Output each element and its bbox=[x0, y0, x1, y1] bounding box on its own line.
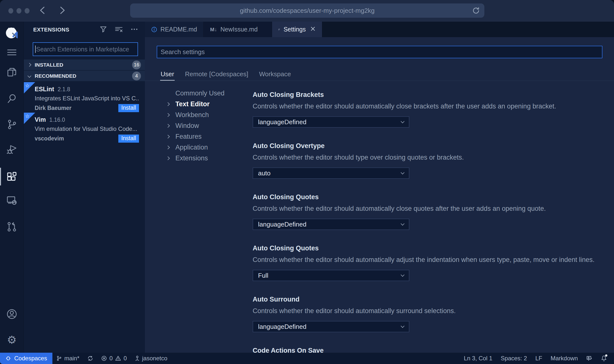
extension-description: Integrates ESLint JavaScript into VS C..… bbox=[35, 95, 139, 102]
setting-title: Auto Closing Brackets bbox=[253, 91, 604, 99]
zoom-window-button[interactable] bbox=[25, 8, 30, 14]
search-icon[interactable] bbox=[0, 90, 24, 107]
tab-readme[interactable]: README.md bbox=[145, 22, 204, 37]
toc-commonly-used[interactable]: Commonly Used bbox=[159, 88, 252, 99]
cursor-position[interactable]: Ln 3, Col 1 bbox=[460, 353, 496, 364]
language-mode[interactable]: Markdown bbox=[546, 353, 582, 364]
extensions-icon[interactable] bbox=[0, 168, 24, 185]
address-bar[interactable]: github.com/codespaces/user-my-project-mg… bbox=[130, 3, 484, 18]
chevron-down-icon bbox=[401, 324, 405, 328]
setting-description: Controls whether the editor should autom… bbox=[253, 102, 604, 110]
source-control-icon[interactable] bbox=[0, 116, 24, 133]
extension-item-eslint[interactable]: ☆ ESLint 2.1.8 Integrates ESLint JavaScr… bbox=[24, 82, 145, 116]
extensions-search-box[interactable] bbox=[33, 42, 138, 56]
install-button[interactable]: Install bbox=[118, 135, 139, 143]
forward-button[interactable] bbox=[58, 5, 67, 15]
section-recommended[interactable]: RECOMMENDED 4 bbox=[24, 71, 145, 81]
reload-icon[interactable] bbox=[472, 7, 480, 15]
settings-gear-icon[interactable]: ⚙ bbox=[0, 331, 24, 349]
setting-dropdown[interactable]: languageDefined bbox=[253, 219, 409, 230]
activity-bar: ⚙ bbox=[0, 22, 24, 353]
extension-version: 1.16.0 bbox=[49, 117, 65, 123]
menu-icon[interactable] bbox=[0, 44, 24, 61]
branch-icon bbox=[56, 355, 62, 361]
setting-title: Code Actions On Save bbox=[253, 347, 604, 353]
tab-label: README.md bbox=[160, 26, 197, 33]
filter-icon[interactable] bbox=[100, 26, 107, 34]
eol-status[interactable]: LF bbox=[531, 353, 546, 364]
scope-tab-user[interactable]: User bbox=[161, 70, 174, 78]
install-button[interactable]: Install bbox=[118, 104, 139, 112]
account-icon[interactable] bbox=[0, 305, 24, 323]
scope-tab-remote[interactable]: Remote [Codespaces] bbox=[185, 70, 248, 78]
explorer-icon[interactable] bbox=[0, 64, 24, 81]
toc-features[interactable]: Features bbox=[159, 131, 252, 142]
minimize-window-button[interactable] bbox=[16, 8, 21, 14]
settings-list: Auto Closing Brackets Controls whether t… bbox=[253, 91, 604, 353]
problems-status[interactable]: 0 0 bbox=[97, 353, 131, 364]
url-text: github.com/codespaces/user-my-project-mg… bbox=[240, 7, 375, 15]
toc-window[interactable]: Window bbox=[159, 120, 252, 131]
remote-explorer-icon[interactable] bbox=[0, 192, 24, 209]
extension-name: Vim bbox=[35, 116, 46, 123]
chevron-down-icon bbox=[401, 273, 405, 277]
extension-item-vim[interactable]: ☆ Vim 1.16.0 Vim emulation for Visual St… bbox=[24, 113, 145, 147]
pull-request-icon[interactable] bbox=[0, 218, 24, 236]
setting-title: Auto Closing Overtype bbox=[253, 142, 604, 150]
extensions-search-input[interactable] bbox=[36, 46, 138, 53]
section-installed[interactable]: INSTALLED 16 bbox=[24, 60, 145, 70]
window-controls[interactable] bbox=[8, 8, 30, 14]
toc-extensions[interactable]: Extensions bbox=[159, 153, 252, 164]
sync-button[interactable] bbox=[83, 353, 97, 364]
setting-title: Auto Closing Quotes bbox=[253, 244, 604, 252]
toc-workbench[interactable]: Workbench bbox=[159, 109, 252, 120]
run-debug-icon[interactable] bbox=[0, 140, 24, 158]
setting-dropdown[interactable]: auto bbox=[253, 167, 409, 179]
tab-settings[interactable]: Settings bbox=[272, 22, 322, 37]
codespaces-remote-button[interactable]: Codespaces bbox=[0, 353, 52, 364]
feedback-icon bbox=[586, 355, 593, 361]
more-actions-icon[interactable] bbox=[131, 26, 138, 34]
browser-window: github.com/codespaces/user-my-project-mg… bbox=[0, 0, 614, 364]
editor-area: README.md M↓ NewIssue.md Settings bbox=[145, 22, 614, 353]
settings-toc: Commonly Used Text Editor Workbench Wind… bbox=[159, 88, 252, 164]
close-tab-icon[interactable] bbox=[310, 26, 316, 33]
warnings-icon bbox=[115, 355, 121, 361]
setting-code-actions-on-save: Code Actions On Save bbox=[253, 347, 604, 353]
setting-dropdown[interactable]: languageDefined bbox=[253, 321, 409, 332]
status-bar: Codespaces main* 0 0 jasonetco Ln 3, Col… bbox=[0, 353, 614, 364]
setting-title: Auto Closing Quotes bbox=[253, 193, 604, 201]
toc-text-editor[interactable]: Text Editor bbox=[159, 99, 252, 109]
branch-status[interactable]: main* bbox=[52, 353, 83, 364]
recommended-count-badge: 4 bbox=[132, 72, 141, 80]
extension-version: 2.1.8 bbox=[58, 86, 70, 93]
scope-tab-workspace[interactable]: Workspace bbox=[259, 70, 291, 78]
chevron-right-icon bbox=[166, 124, 170, 128]
user-status[interactable]: jasonetco bbox=[131, 353, 171, 364]
indentation-status[interactable]: Spaces: 2 bbox=[497, 353, 531, 364]
chevron-right-icon bbox=[166, 113, 170, 117]
warnings-count: 0 bbox=[123, 355, 127, 362]
editor-tab-bar: README.md M↓ NewIssue.md Settings bbox=[145, 22, 614, 37]
notifications-button[interactable] bbox=[597, 353, 611, 364]
setting-description: Controls whether the editor should type … bbox=[253, 153, 604, 162]
tab-newissue[interactable]: M↓ NewIssue.md bbox=[204, 22, 272, 37]
extension-name: ESLint bbox=[35, 86, 54, 93]
chevron-right-icon bbox=[166, 102, 170, 106]
toc-application[interactable]: Application bbox=[159, 142, 252, 153]
setting-dropdown[interactable]: Full bbox=[253, 270, 409, 281]
extension-description: Vim emulation for Visual Studio Code... bbox=[35, 125, 139, 132]
setting-auto-closing-overtype: Auto Closing Overtype Controls whether t… bbox=[253, 142, 604, 179]
feedback-button[interactable] bbox=[582, 353, 597, 364]
sync-icon bbox=[87, 355, 93, 361]
notification-dot bbox=[605, 354, 607, 357]
back-button[interactable] bbox=[37, 5, 47, 15]
settings-search-box[interactable] bbox=[157, 46, 602, 58]
close-window-button[interactable] bbox=[8, 8, 13, 14]
settings-search-input[interactable] bbox=[157, 48, 602, 56]
text-cursor bbox=[35, 46, 36, 53]
chevron-right-icon bbox=[166, 156, 170, 160]
installed-count-badge: 16 bbox=[132, 61, 141, 69]
setting-dropdown[interactable]: languageDefined bbox=[253, 116, 409, 128]
clear-extensions-search-icon[interactable] bbox=[115, 26, 123, 34]
